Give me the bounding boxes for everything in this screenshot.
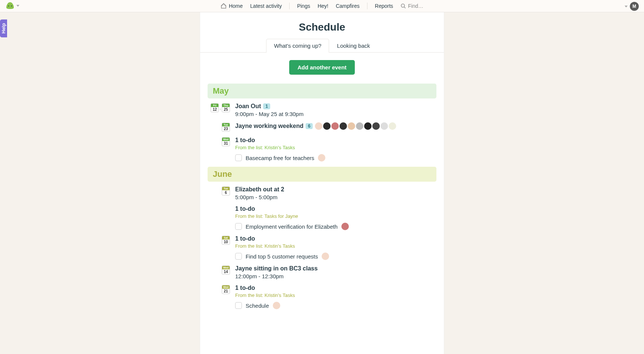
schedule-entry: Sat 10 1 to-do From the list: Kristin's … — [208, 235, 436, 260]
nav-pings[interactable]: Pings — [297, 0, 310, 12]
comment-count-badge: 6 — [306, 123, 313, 129]
assignee-avatar-icon — [273, 302, 280, 309]
month-header-june: June — [208, 167, 436, 182]
avatar-icon — [356, 122, 363, 130]
assignee-avatar-icon — [318, 154, 325, 162]
todo-item[interactable]: Basecamp free for teachers — [235, 154, 436, 162]
tab-looking-back[interactable]: Looking back — [329, 39, 378, 53]
avatar-icon — [315, 122, 322, 130]
schedule-entry[interactable]: Fri 12 - Thu 25 Joan Out 1 9:00pm - May … — [208, 103, 436, 117]
entry-title: 1 to-do — [235, 206, 255, 212]
from-list-label: From the list: Tasks for Jayne — [235, 213, 436, 219]
user-avatar: M — [630, 2, 639, 11]
schedule-tabs: What's coming up? Looking back — [200, 38, 444, 53]
todo-checkbox[interactable] — [235, 302, 242, 309]
avatar-icon — [364, 122, 372, 130]
avatar-icon — [331, 122, 339, 130]
avatar-icon — [348, 122, 355, 130]
date-chip: Wed 21 — [222, 285, 230, 294]
entry-title: 1 to-do — [235, 235, 255, 242]
svg-point-0 — [8, 6, 9, 7]
date-chip: Thu 25 — [222, 103, 230, 112]
logo-menu[interactable] — [5, 1, 19, 10]
date-chip: Wed 14 — [222, 266, 230, 275]
from-list-label: From the list: Kristin's Tasks — [235, 292, 436, 298]
todo-text: Employment verification for Elizabeth — [246, 223, 338, 230]
page-title: Schedule — [200, 12, 444, 33]
schedule-entry[interactable]: Tue 23 Jayne working weekend 6 — [208, 122, 436, 132]
avatar-icon — [372, 122, 380, 130]
date-range-separator: - — [220, 103, 221, 111]
avatar-icon — [340, 122, 347, 130]
svg-point-2 — [401, 4, 404, 7]
svg-line-3 — [404, 7, 405, 9]
avatar-icon — [389, 122, 396, 130]
entry-title: Joan Out — [235, 103, 261, 110]
date-chip: Tue 23 — [222, 123, 230, 132]
date-chip: Fri 12 — [211, 103, 219, 112]
schedule-entry[interactable]: Tue 6 Elizabeth out at 2 5:00pm - 5:00pm — [208, 186, 436, 200]
entry-title: Elizabeth out at 2 — [235, 186, 284, 193]
top-nav: Home Latest activity Pings Hey! Campfire… — [0, 0, 644, 12]
search-icon — [401, 3, 406, 9]
tab-upcoming[interactable]: What's coming up? — [266, 39, 329, 53]
todo-text: Schedule — [246, 303, 269, 309]
avatar-icon — [381, 122, 388, 130]
schedule-card: Schedule What's coming up? Looking back … — [200, 12, 444, 354]
todo-checkbox[interactable] — [235, 154, 242, 161]
help-tab[interactable]: Help — [0, 19, 7, 37]
date-chip: Wed 31 — [222, 137, 230, 146]
schedule-entry[interactable]: Wed 14 Jayne sitting in on BC3 class 12:… — [208, 265, 436, 279]
entry-title: Jayne sitting in on BC3 class — [235, 265, 318, 272]
nav-hey[interactable]: Hey! — [318, 0, 328, 12]
entry-time: 9:00pm - May 25 at 9:30pm — [235, 111, 436, 117]
nav-home[interactable]: Home — [221, 0, 243, 12]
home-icon — [221, 3, 227, 9]
todo-checkbox[interactable] — [235, 223, 242, 230]
nav-reports[interactable]: Reports — [375, 0, 393, 12]
todo-text: Find top 5 customer requests — [246, 253, 318, 260]
date-chip: Sat 10 — [222, 236, 230, 245]
todo-item[interactable]: Employment verification for Elizabeth — [235, 223, 436, 230]
comment-count-badge: 1 — [263, 103, 270, 109]
entry-title: 1 to-do — [235, 137, 255, 144]
from-list-label: From the list: Kristin's Tasks — [235, 243, 436, 249]
nav-home-label: Home — [229, 3, 243, 9]
entry-title: 1 to-do — [235, 285, 255, 291]
todo-checkbox[interactable] — [235, 253, 242, 260]
add-event-button[interactable]: Add another event — [289, 60, 355, 75]
entry-title: Jayne working weekend — [235, 123, 303, 129]
entry-time: 5:00pm - 5:00pm — [235, 194, 436, 200]
from-list-label: From the list: Kristin's Tasks — [235, 145, 436, 150]
nav-separator — [367, 3, 367, 9]
month-header-may: May — [208, 84, 436, 98]
svg-point-1 — [11, 6, 12, 7]
date-chip: Tue 6 — [222, 187, 230, 195]
chevron-down-icon — [16, 5, 19, 7]
assignee-avatar-icon — [322, 253, 329, 260]
nav-campfires[interactable]: Campfires — [336, 0, 360, 12]
schedule-entry: Wed 21 1 to-do From the list: Kristin's … — [208, 285, 436, 309]
assignee-avatar-icon — [341, 223, 349, 230]
nav-separator — [289, 3, 290, 9]
nav-latest[interactable]: Latest activity — [250, 0, 282, 12]
entry-time: 12:00pm - 12:30pm — [235, 273, 436, 279]
nav-find[interactable]: Find… — [401, 0, 423, 12]
todo-item[interactable]: Find top 5 customer requests — [235, 253, 436, 260]
nav-find-label: Find… — [408, 3, 423, 9]
schedule-entry: Wed 31 1 to-do From the list: Kristin's … — [208, 137, 436, 162]
basecamp-logo-icon — [5, 1, 15, 10]
user-menu[interactable]: M — [625, 2, 639, 11]
todo-text: Basecamp free for teachers — [246, 155, 314, 161]
chevron-down-icon — [625, 6, 628, 7]
schedule-entry: 1 to-do From the list: Tasks for Jayne E… — [208, 206, 436, 230]
avatar-icon — [323, 122, 331, 130]
participants-avatars — [315, 122, 396, 130]
todo-item[interactable]: Schedule — [235, 302, 436, 309]
